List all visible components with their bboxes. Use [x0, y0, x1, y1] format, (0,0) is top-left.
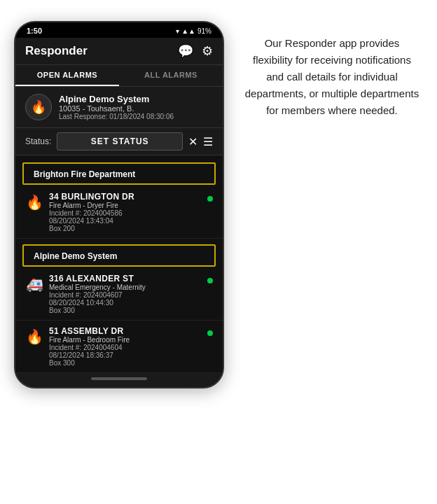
menu-icon[interactable]: ☰ [203, 135, 213, 148]
alarm-box: Box 300 [49, 359, 202, 367]
medical-icon: 🚑 [25, 275, 43, 293]
alarm-address: 51 ASSEMBLY DR [49, 326, 202, 336]
user-last-response: Last Response: 01/18/2024 08:30:06 [59, 113, 213, 120]
settings-icon[interactable]: ⚙ [202, 43, 213, 59]
alarms-content: Brighton Fire Department 🔥 34 BURLINGTON… [15, 155, 223, 373]
alarm-box: Box 300 [49, 307, 202, 314]
message-icon[interactable]: 💬 [178, 43, 193, 59]
alarm-incident: Incident #: 2024004607 [49, 291, 202, 299]
user-badge: 🔥 [25, 94, 52, 120]
alarm-item[interactable]: 🔥 34 BURLINGTON DR Fire Alarm - Dryer Fi… [15, 186, 223, 239]
alarm-status-dot [207, 278, 213, 284]
wifi-icon: ▾ [176, 27, 179, 35]
alarm-details: 51 ASSEMBLY DR Fire Alarm - Bedroom Fire… [49, 326, 202, 367]
dept-group-brighton: Brighton Fire Department 🔥 34 BURLINGTON… [15, 155, 223, 239]
alarm-box: Box 200 [49, 225, 202, 232]
tabs-row: OPEN ALARMS ALL ALARMS [15, 65, 223, 87]
alarm-item[interactable]: 🔥 51 ASSEMBLY DR Fire Alarm - Bedroom Fi… [15, 321, 223, 373]
description-panel: Our Responder app provides flexibility f… [224, 21, 437, 133]
description-text: Our Responder app provides flexibility f… [244, 35, 420, 119]
status-time: 1:50 [27, 27, 42, 35]
alarm-type: Medical Emergency - Maternity [49, 284, 202, 291]
close-icon[interactable]: ✕ [188, 135, 197, 148]
app-header: Responder 💬 ⚙ [15, 38, 223, 65]
dept-group-alpine: Alpine Demo System 🚑 316 ALEXANDER ST Me… [15, 239, 223, 373]
set-status-button[interactable]: SET STATUS [57, 132, 183, 150]
status-row: Status: SET STATUS ✕ ☰ [15, 128, 223, 155]
alarm-time: 08/12/2024 18:36:37 [49, 351, 202, 359]
user-info: 🔥 Alpine Demo System 10035 - Touhsaent, … [15, 87, 223, 128]
alarm-details: 34 BURLINGTON DR Fire Alarm - Dryer Fire… [49, 192, 202, 232]
app-title: Responder [25, 44, 88, 58]
user-name: Alpine Demo System [59, 94, 213, 104]
alarm-status-dot [207, 330, 213, 336]
status-action-icons: ✕ ☰ [188, 135, 213, 148]
alarm-time: 08/20/2024 10:44:30 [49, 299, 202, 307]
dept-name-brighton: Brighton Fire Department [34, 169, 135, 179]
alarm-time: 08/20/2024 13:43:04 [49, 217, 202, 225]
tab-all-alarms[interactable]: ALL ALARMS [119, 65, 223, 86]
alarm-status-dot [207, 196, 213, 202]
tab-open-alarms[interactable]: OPEN ALARMS [15, 65, 119, 86]
alarm-incident: Incident #: 2024004604 [49, 344, 202, 351]
alarm-address: 34 BURLINGTON DR [49, 192, 202, 202]
user-details: Alpine Demo System 10035 - Touhsaent, B.… [59, 94, 213, 120]
alarm-type: Fire Alarm - Dryer Fire [49, 202, 202, 209]
status-bar: 1:50 ▾ ▲▲ 91% [15, 22, 223, 38]
bottom-bar [15, 373, 223, 387]
fire-icon: 🔥 [25, 328, 43, 346]
fire-icon: 🔥 [25, 193, 43, 211]
dept-header-brighton: Brighton Fire Department [22, 162, 216, 185]
fire-dept-badge-icon: 🔥 [31, 99, 46, 115]
alarm-type: Fire Alarm - Bedroom Fire [49, 336, 202, 344]
alarm-details: 316 ALEXANDER ST Medical Emergency - Mat… [49, 274, 202, 314]
signal-icon: ▲▲ [181, 27, 195, 35]
header-icons: 💬 ⚙ [178, 43, 213, 59]
status-icons: ▾ ▲▲ 91% [176, 27, 211, 35]
alarm-incident: Incident #: 2024004586 [49, 209, 202, 217]
dept-name-alpine: Alpine Demo System [34, 251, 117, 261]
page-wrapper: 1:50 ▾ ▲▲ 91% Responder 💬 ⚙ OPEN ALARMS … [0, 14, 437, 490]
home-indicator [91, 377, 147, 380]
battery-text: 91% [197, 27, 211, 35]
alarm-item[interactable]: 🚑 316 ALEXANDER ST Medical Emergency - M… [15, 268, 223, 321]
status-label: Status: [25, 136, 51, 146]
alarm-address: 316 ALEXANDER ST [49, 274, 202, 284]
dept-header-alpine: Alpine Demo System [22, 244, 216, 267]
user-id: 10035 - Touhsaent, B. [59, 104, 213, 113]
phone-frame: 1:50 ▾ ▲▲ 91% Responder 💬 ⚙ OPEN ALARMS … [14, 21, 224, 388]
